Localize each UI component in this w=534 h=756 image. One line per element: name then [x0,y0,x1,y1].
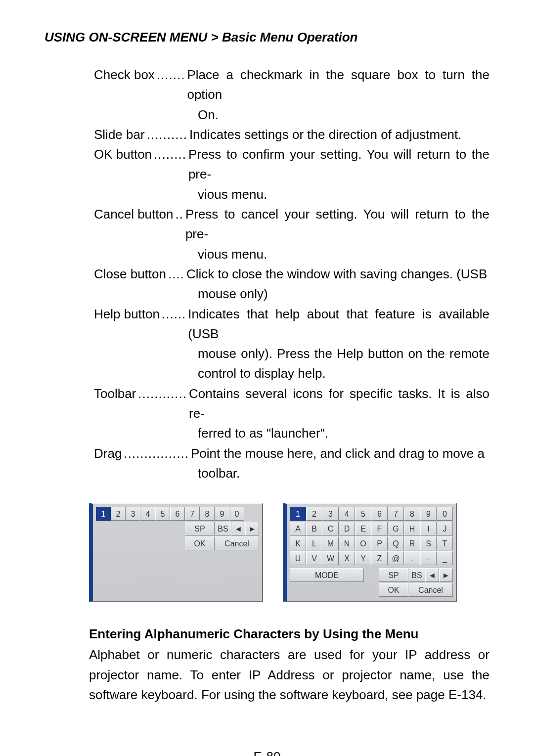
key-2[interactable]: 2 [111,507,126,521]
key-f[interactable]: F [371,522,388,535]
def-dots: ........ [152,144,188,164]
arrow-left-icon[interactable]: ◄ [231,522,245,535]
key-u[interactable]: U [290,551,306,565]
key-4[interactable]: 4 [339,507,355,521]
key-6[interactable]: 6 [371,507,388,521]
def-body: Contains several icons for specific task… [189,384,490,424]
key-7[interactable]: 7 [388,507,404,521]
def-dots: .... [166,264,186,284]
def-body-cont: mouse only). Press the Help button on th… [198,344,490,384]
definition-item: Check box ....... Place a checkmark in t… [94,65,490,105]
key-0[interactable]: 0 [229,507,244,521]
key-t[interactable]: T [437,536,453,550]
key-z[interactable]: Z [371,551,388,565]
def-dots: ....... [155,65,187,85]
ok-button[interactable]: OK [185,536,215,550]
def-term: Drag [94,444,122,463]
def-body: Point the mouse here, and click and drag… [191,444,490,463]
arrow-right-icon[interactable]: ► [439,568,453,582]
key-6[interactable]: 6 [170,507,185,521]
key-5[interactable]: 5 [355,507,371,521]
def-dots: .. [173,204,185,224]
def-body: Indicates that help about that feature i… [188,304,490,344]
section-heading: Entering Alphanumeric Characters by Usin… [89,626,490,642]
cancel-button[interactable]: Cancel [408,583,453,597]
key-m[interactable]: M [322,536,339,550]
def-dots: ................ [122,444,191,463]
definition-item: OK button ........ Press to confirm your… [94,144,490,184]
key-0[interactable]: 0 [437,507,453,521]
key-r[interactable]: R [404,536,420,550]
key-9[interactable]: 9 [215,507,229,521]
key-1[interactable]: 1 [290,507,306,521]
def-dots: .......... [145,125,189,144]
key-at[interactable]: @ [388,551,404,565]
def-dots: ...... [160,304,188,324]
key-s[interactable]: S [420,536,437,550]
def-term: Toolbar [94,384,136,403]
key-c[interactable]: C [322,522,339,535]
def-body: Press to confirm your setting. You will … [188,144,490,184]
def-body-cont: mouse only) [198,284,490,304]
key-q[interactable]: Q [388,536,404,550]
def-term: Check box [94,65,155,85]
key-h[interactable]: H [404,522,420,535]
key-v[interactable]: V [306,551,322,565]
key-l[interactable]: L [306,536,322,550]
def-body: Indicates settings or the direction of a… [189,125,490,144]
alphanumeric-keypad: 1 2 3 4 5 6 7 8 9 0 A B C D E F G H I [283,503,457,602]
key-x[interactable]: X [339,551,355,565]
key-a[interactable]: A [290,522,306,535]
key-1[interactable]: 1 [96,507,111,521]
key-e[interactable]: E [355,522,371,535]
page-number: E-80 [44,749,490,756]
mode-button[interactable]: MODE [290,568,364,582]
def-term: OK button [94,144,152,164]
numeric-keypad: 1 2 3 4 5 6 7 8 9 0 SP BS ◄ ► OK C [89,503,263,602]
key-3[interactable]: 3 [126,507,140,521]
sp-button[interactable]: SP [185,522,215,535]
definition-item: Help button ...... Indicates that help a… [94,304,490,344]
key-w[interactable]: W [322,551,339,565]
def-body-cont: vious menu. [198,244,490,264]
key-j[interactable]: J [437,522,453,535]
key-9[interactable]: 9 [420,507,437,521]
key-8[interactable]: 8 [200,507,215,521]
ok-button[interactable]: OK [379,583,408,597]
key-dash[interactable]: – [420,551,437,565]
sp-button[interactable]: SP [379,568,408,582]
definitions-list: Check box ....... Place a checkmark in t… [94,65,490,483]
def-body-cont: ferred to as "launcher". [198,423,490,443]
def-term: Slide bar [94,125,145,144]
key-g[interactable]: G [388,522,404,535]
definition-item: Cancel button .. Press to cancel your se… [94,204,490,244]
key-o[interactable]: O [355,536,371,550]
def-body: Press to cancel your setting. You will r… [185,204,490,244]
key-dot[interactable]: . [404,551,420,565]
key-p[interactable]: P [371,536,388,550]
key-underscore[interactable]: _ [437,551,453,565]
key-3[interactable]: 3 [322,507,339,521]
bs-button[interactable]: BS [215,522,231,535]
definition-item: Close button .... Click to close the win… [94,264,490,284]
def-term: Help button [94,304,160,324]
arrow-right-icon[interactable]: ► [245,522,259,535]
key-4[interactable]: 4 [140,507,155,521]
key-8[interactable]: 8 [404,507,420,521]
key-b[interactable]: B [306,522,322,535]
key-k[interactable]: K [290,536,306,550]
def-dots: ............ [136,384,189,403]
key-5[interactable]: 5 [155,507,170,521]
key-n[interactable]: N [339,536,355,550]
def-body-cont: vious menu. [198,184,490,204]
key-y[interactable]: Y [355,551,371,565]
def-body-cont: On. [198,105,490,125]
key-i[interactable]: I [420,522,437,535]
cancel-button[interactable]: Cancel [215,536,259,550]
arrow-left-icon[interactable]: ◄ [425,568,439,582]
section-body: Alphabet or numeric characters are used … [89,645,490,705]
key-2[interactable]: 2 [306,507,322,521]
key-d[interactable]: D [339,522,355,535]
key-7[interactable]: 7 [185,507,200,521]
bs-button[interactable]: BS [408,568,425,582]
